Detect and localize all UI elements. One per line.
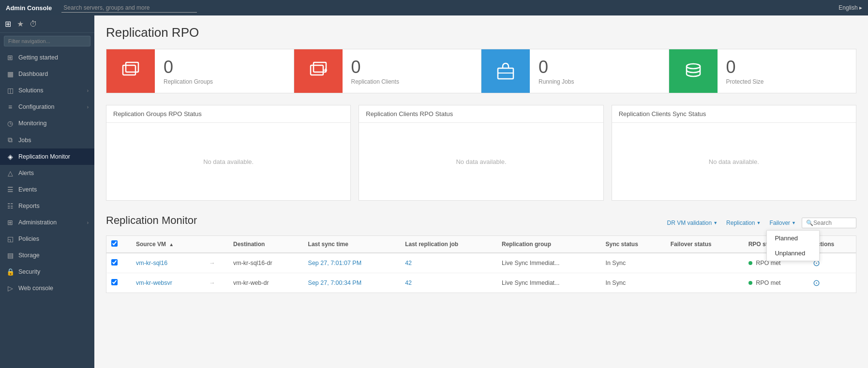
sidebar-item-web-console[interactable]: ▷ Web console bbox=[0, 280, 94, 296]
status-panels: Replication Groups RPO Status No data av… bbox=[106, 105, 856, 201]
panel-groups-rpo: Replication Groups RPO Status No data av… bbox=[106, 105, 351, 201]
row1-sync-status: In Sync bbox=[600, 253, 665, 273]
row2-arrow: → bbox=[204, 273, 228, 293]
row2-rpo-label: RPO met bbox=[756, 280, 780, 286]
monitor-table: Source VM ▲ Destination Last sync time L… bbox=[106, 236, 856, 293]
th-checkbox bbox=[106, 236, 131, 253]
sidebar-label-events: Events bbox=[18, 186, 37, 193]
configuration-icon: ≡ bbox=[6, 103, 15, 111]
replication-monitor-icon: ◈ bbox=[6, 153, 15, 161]
sidebar-item-configuration[interactable]: ≡ Configuration › bbox=[0, 99, 94, 115]
sidebar-item-monitoring[interactable]: ◷ Monitoring bbox=[0, 115, 94, 132]
sidebar-history-icon[interactable]: ⏱ bbox=[30, 20, 37, 29]
sidebar-label-reports: Reports bbox=[18, 203, 40, 209]
sidebar-item-storage[interactable]: ▤ Storage bbox=[0, 247, 94, 264]
sidebar-label-storage: Storage bbox=[18, 252, 40, 259]
sidebar-item-events[interactable]: ☰ Events bbox=[0, 181, 94, 198]
panel-groups-rpo-title: Replication Groups RPO Status bbox=[106, 105, 350, 123]
stat-label-protected-size: Protected Size bbox=[726, 78, 764, 85]
row2-source-vm-link[interactable]: vm-kr-websvr bbox=[136, 280, 172, 286]
row1-failover-status bbox=[666, 253, 744, 273]
row1-last-replication-job: 42 bbox=[400, 253, 497, 273]
top-search-input[interactable] bbox=[61, 3, 197, 13]
replication-filter[interactable]: Replication ▼ bbox=[723, 218, 763, 228]
stat-card-replication-clients: 0 Replication Clients bbox=[294, 49, 482, 93]
dr-vm-validation-filter[interactable]: DR VM validation ▼ bbox=[664, 218, 720, 228]
sidebar-item-dashboard[interactable]: ▦ Dashboard bbox=[0, 66, 94, 82]
panel-clients-sync-body: No data available. bbox=[612, 123, 856, 200]
sidebar-item-policies[interactable]: ◱ Policies bbox=[0, 231, 94, 247]
row1-source-vm-link[interactable]: vm-kr-sql16 bbox=[136, 260, 167, 266]
row2-checkbox[interactable] bbox=[111, 279, 118, 285]
stat-card-replication-groups: 0 Replication Groups bbox=[106, 49, 294, 93]
sidebar-item-getting-started[interactable]: ⊞ Getting started bbox=[0, 49, 94, 66]
monitor-header: Replication Monitor DR VM validation ▼ R… bbox=[106, 214, 856, 232]
row1-rep-job-link[interactable]: 42 bbox=[405, 260, 412, 266]
sidebar-item-solutions[interactable]: ◫ Solutions › bbox=[0, 82, 94, 99]
failover-dropdown: Planned Unplanned bbox=[766, 230, 820, 261]
svg-rect-1 bbox=[126, 62, 138, 72]
monitor-search-icon: 🔍 bbox=[806, 220, 813, 226]
failover-option-unplanned[interactable]: Unplanned bbox=[767, 246, 819, 261]
sidebar-item-security[interactable]: 🔒 Security bbox=[0, 264, 94, 280]
failover-option-planned[interactable]: Planned bbox=[767, 231, 819, 246]
language-selector[interactable]: English ▸ bbox=[838, 4, 862, 11]
stat-number-replication-clients: 0 bbox=[351, 57, 399, 77]
top-bar: Admin Console English ▸ bbox=[0, 0, 868, 15]
row1-checkbox[interactable] bbox=[111, 259, 118, 265]
th-last-replication-job: Last replication job bbox=[400, 236, 497, 253]
table-header: Source VM ▲ Destination Last sync time L… bbox=[106, 236, 856, 253]
row1-rpo-dot bbox=[748, 261, 752, 265]
sidebar-item-jobs[interactable]: ⧉ Jobs bbox=[0, 132, 94, 148]
solutions-icon: ◫ bbox=[6, 87, 15, 94]
row1-sync-time-link[interactable]: Sep 27, 7:01:07 PM bbox=[308, 260, 362, 266]
row2-sync-time-link[interactable]: Sep 27, 7:00:34 PM bbox=[308, 280, 362, 286]
monitor-search-box[interactable]: 🔍 bbox=[802, 218, 856, 228]
stats-row: 0 Replication Groups 0 Replication Clien… bbox=[106, 49, 856, 93]
stat-number-protected-size: 0 bbox=[726, 57, 764, 77]
th-arrow bbox=[204, 236, 228, 253]
failover-filter[interactable]: Failover ▼ bbox=[766, 218, 799, 228]
panel-clients-sync-no-data: No data available. bbox=[709, 158, 759, 165]
row2-checkbox-cell bbox=[106, 273, 131, 293]
panel-groups-rpo-body: No data available. bbox=[106, 123, 350, 200]
failover-filter-arrow: ▼ bbox=[792, 221, 796, 225]
stat-label-replication-clients: Replication Clients bbox=[351, 78, 399, 85]
panel-clients-rpo-body: No data available. bbox=[359, 123, 603, 200]
table-body: vm-kr-sql16 → vm-kr-sql16-dr Sep 27, 7:0… bbox=[106, 253, 856, 293]
dr-vm-validation-arrow: ▼ bbox=[713, 221, 718, 225]
row2-last-sync-time: Sep 27, 7:00:34 PM bbox=[303, 273, 401, 293]
th-destination: Destination bbox=[228, 236, 303, 253]
sidebar-item-administration[interactable]: ⊞ Administration › bbox=[0, 214, 94, 231]
th-source-vm[interactable]: Source VM ▲ bbox=[131, 236, 204, 253]
panel-clients-rpo-no-data: No data available. bbox=[456, 158, 506, 165]
row2-actions-btn[interactable]: ⊙ bbox=[813, 278, 820, 288]
dashboard-icon: ▦ bbox=[6, 70, 15, 78]
sidebar-label-web-console: Web console bbox=[18, 285, 53, 292]
stat-info-replication-groups: 0 Replication Groups bbox=[155, 51, 222, 91]
monitor-search-input[interactable] bbox=[813, 220, 852, 226]
stat-card-running-jobs: 0 Running Jobs bbox=[481, 49, 669, 93]
main-layout: ⊞ ★ ⏱ ⊞ Getting started ▦ Dashboard ◫ So… bbox=[0, 15, 868, 368]
panel-clients-rpo-title: Replication Clients RPO Status bbox=[359, 105, 603, 123]
row2-destination: vm-kr-web-dr bbox=[228, 273, 303, 293]
sidebar-label-alerts: Alerts bbox=[18, 170, 34, 177]
sidebar-item-replication-monitor[interactable]: ◈ Replication Monitor bbox=[0, 148, 94, 165]
sidebar-item-alerts[interactable]: △ Alerts bbox=[0, 165, 94, 181]
jobs-icon: ⧉ bbox=[6, 136, 15, 144]
sidebar-star-icon[interactable]: ★ bbox=[17, 19, 24, 29]
th-replication-group: Replication group bbox=[497, 236, 600, 253]
row1-replication-group: Live Sync Immediat... bbox=[497, 253, 600, 273]
sidebar-label-replication-monitor: Replication Monitor bbox=[18, 153, 70, 160]
security-icon: 🔒 bbox=[6, 268, 15, 276]
top-search[interactable] bbox=[61, 3, 829, 13]
sidebar-filter-input[interactable] bbox=[4, 36, 90, 46]
app-title: Admin Console bbox=[6, 4, 52, 12]
filter-buttons: DR VM validation ▼ Replication ▼ Failove… bbox=[664, 218, 856, 228]
sidebar-grid-icon[interactable]: ⊞ bbox=[5, 19, 11, 29]
sidebar-filter[interactable] bbox=[0, 33, 94, 49]
select-all-checkbox[interactable] bbox=[111, 240, 118, 247]
row2-rep-job-link[interactable]: 42 bbox=[405, 280, 412, 286]
sidebar-item-reports[interactable]: ☷ Reports bbox=[0, 198, 94, 214]
solutions-arrow-icon: › bbox=[87, 88, 89, 93]
